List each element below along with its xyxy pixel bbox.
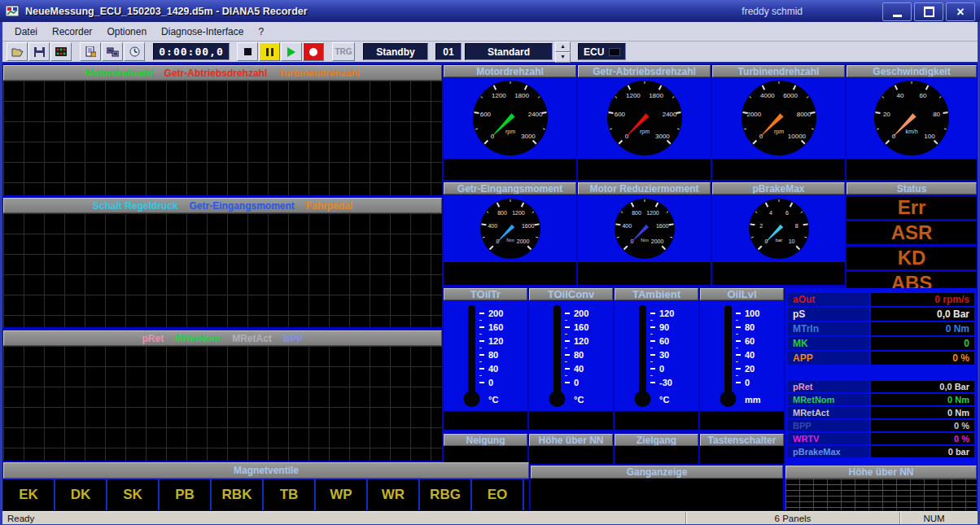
gauge-panel-motordrehzahl: Motordrehzahl06001200180024003000rpm — [444, 65, 576, 180]
status-indicator-asr: ASR — [847, 221, 977, 244]
thermo-panel-oillvl: OilLvl100806040200mm — [700, 288, 784, 430]
menu-optionen[interactable]: Optionen — [99, 24, 154, 40]
legend-getr-eingangsmoment: Getr-Eingangsmoment — [189, 200, 294, 212]
thermo-body-toilconv: 20016012080400°C — [529, 300, 613, 411]
pause-button[interactable] — [259, 42, 280, 61]
status-ready: Ready — [2, 514, 685, 523]
thermo-panel-tambient: TAmbient1209060300-30°C — [615, 288, 698, 430]
maximize-icon — [924, 7, 934, 17]
mini-value-neigung — [444, 446, 527, 464]
svg-text:2400: 2400 — [527, 111, 542, 118]
record-matrix-button[interactable] — [50, 42, 72, 61]
svg-text:rpm: rpm — [505, 129, 514, 135]
svg-text:90: 90 — [659, 322, 669, 332]
channel-display: 01 — [435, 43, 462, 60]
mini-value-zielgang — [615, 446, 698, 464]
mini-panel-zielgang: Zielgang — [615, 434, 698, 464]
svg-text:40: 40 — [574, 364, 584, 374]
data-label-mk: MK — [788, 337, 869, 350]
data-value-mretnom: 0 Nm — [871, 394, 974, 405]
data-row-ps: pS0,0 Bar — [788, 308, 974, 321]
profile-select[interactable]: Standard — [465, 43, 553, 60]
data-value-mretact: 0 Nm — [871, 407, 974, 418]
stop-icon — [244, 48, 252, 55]
chart-panel-2: Schalt RegeldruckGetr-EingangsmomentFahr… — [3, 198, 442, 327]
gauge-face-turbinendrehzahl: 0200040006000800010000rpm — [712, 77, 845, 159]
data-row-pret: pRet0,0 Bar — [788, 381, 974, 392]
chart-plot-3 — [3, 346, 442, 461]
mini-value-tastenschalter — [700, 446, 784, 464]
data-table-2: pRet0,0 BarMRetNom0 NmMRetAct0 NmBPP0 %W… — [788, 381, 974, 457]
gauge-panel-geschwindigkeit: Geschwindigkeit020406080100km/h — [847, 65, 977, 180]
svg-text:40: 40 — [896, 92, 903, 99]
svg-text:200: 200 — [574, 308, 588, 318]
thermo-title-toilconv: TOilConv — [529, 288, 613, 300]
svg-text:8000: 8000 — [796, 111, 811, 118]
svg-text:60: 60 — [659, 336, 669, 346]
record-icon — [309, 48, 317, 56]
data-row-mretact: MRetAct0 Nm — [788, 407, 974, 418]
svg-text:6: 6 — [785, 209, 789, 215]
data-label-aout: aOut — [788, 293, 869, 306]
stop-button[interactable] — [237, 42, 258, 61]
data-row-bpp: BPP0 % — [788, 420, 974, 431]
menu-diagnose-interface[interactable]: Diagnose-Interface — [154, 24, 251, 40]
menu-help[interactable]: ? — [251, 24, 271, 40]
spinner-up-button[interactable]: ▲ — [555, 42, 571, 52]
thermo-panel-toilconv: TOilConv20016012080400°C — [529, 288, 613, 430]
menubar: DateiRecorderOptionenDiagnose-Interface? — [2, 22, 978, 42]
svg-text:2000: 2000 — [516, 238, 529, 244]
status-num-lock: NUM — [899, 512, 968, 524]
svg-text:°C: °C — [659, 395, 669, 405]
svg-text:1600: 1600 — [655, 223, 668, 229]
save-button[interactable] — [28, 42, 50, 61]
data-value-mk: 0 — [871, 337, 974, 350]
play-button[interactable] — [281, 42, 302, 61]
data-value-pret: 0,0 Bar — [871, 381, 974, 392]
data-value-app: 0 % — [871, 352, 974, 365]
svg-text:80: 80 — [488, 350, 498, 360]
svg-text:80: 80 — [574, 350, 584, 360]
svg-text:120: 120 — [488, 336, 503, 346]
data-label-pret: pRet — [788, 381, 869, 392]
data-row-app: APP0 % — [788, 352, 974, 365]
open-file-button[interactable] — [7, 42, 28, 61]
menu-recorder[interactable]: Recorder — [45, 24, 99, 40]
pause-icon — [266, 48, 273, 56]
measurement-config-button[interactable] — [80, 42, 101, 61]
user-name: freddy schmid — [742, 6, 803, 17]
minimize-button[interactable] — [882, 2, 912, 21]
thermo-body-oillvl: 100806040200mm — [700, 300, 784, 411]
maximize-button[interactable] — [914, 2, 943, 21]
mini-title-tastenschalter: Tastenschalter — [700, 434, 784, 446]
trigger-button[interactable]: TRG — [332, 42, 355, 61]
thermo-value-strip — [615, 411, 698, 430]
mode-display: Standby — [363, 43, 428, 60]
timer-settings-button[interactable] — [124, 42, 145, 61]
spinner-down-button[interactable]: ▼ — [555, 52, 571, 63]
valve-indicator-rbg: RBG — [420, 479, 470, 510]
valve-indicator-rbk: RBK — [212, 479, 262, 510]
gauge-value-strip — [712, 159, 845, 180]
devices-button[interactable] — [102, 42, 123, 61]
svg-text:60: 60 — [920, 92, 927, 99]
status-panel-title: Status — [847, 182, 977, 195]
svg-text:1200: 1200 — [512, 209, 525, 215]
data-label-mretact: MRetAct — [788, 407, 869, 418]
gauge-face-getr-eingangsmoment: 0400800120016002000Nm — [444, 195, 576, 262]
svg-text:80: 80 — [933, 111, 940, 118]
ganganzeige-panel: Ganganzeige — [531, 466, 783, 510]
svg-text:120: 120 — [574, 336, 588, 346]
svg-text:6000: 6000 — [783, 92, 798, 99]
minimize-icon — [893, 15, 902, 17]
menu-datei[interactable]: Datei — [7, 24, 45, 40]
record-button[interactable] — [303, 42, 324, 61]
gauge-title-turbinendrehzahl: Turbinendrehzahl — [712, 65, 845, 77]
svg-text:40: 40 — [745, 350, 755, 360]
ecu-led-icon — [609, 48, 620, 56]
gauge-title-getr-abtriebsdrehzahl: Getr-Abtriebsdrehzahl — [578, 65, 711, 77]
close-button[interactable]: × — [946, 2, 975, 21]
gauge-panel-getr-eingangsmoment: Getr-Eingangsmoment0400800120016002000Nm — [444, 182, 576, 285]
svg-text:4: 4 — [769, 209, 772, 215]
data-row-mtrin: MTrIn0 Nm — [788, 322, 974, 335]
